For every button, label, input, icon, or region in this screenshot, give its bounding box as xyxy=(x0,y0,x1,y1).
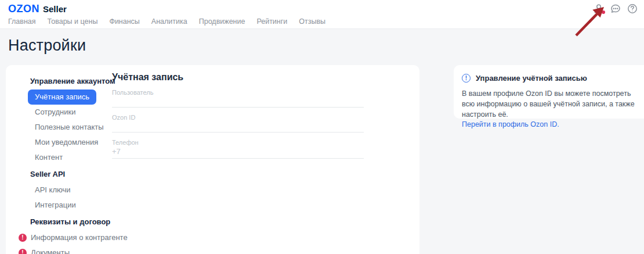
logo-product: Seller xyxy=(43,4,67,14)
sidebar-item-kontent[interactable]: Контент xyxy=(28,150,70,165)
field-value xyxy=(112,97,364,105)
sidebar-item-api-klyuchi[interactable]: API ключи xyxy=(28,183,77,198)
topbar-icons xyxy=(593,3,638,15)
sidebar-section-seller-api: Seller API xyxy=(19,165,112,183)
sidebar-item-uchetnaya-zapis[interactable]: Учётная запись xyxy=(28,90,96,105)
sidebar-item-moi-uvedomleniya[interactable]: Мои уведомления xyxy=(28,135,105,150)
nav-item-finansy[interactable]: Финансы xyxy=(109,17,139,26)
page-title: Настройки xyxy=(8,37,86,55)
settings-card: Управление аккаунтом Учётная запись Сотр… xyxy=(6,65,419,254)
sidebar-section-account-management: Управление аккаунтом xyxy=(19,72,112,90)
sidebar-item-label: Документы xyxy=(31,248,70,254)
settings-sidebar: Управление аккаунтом Учётная запись Сотр… xyxy=(6,65,112,254)
info-panel-title: Управление учётной записью xyxy=(476,74,587,83)
profile-icon[interactable] xyxy=(593,3,605,15)
nav-item-otzyvy[interactable]: Отзывы xyxy=(299,17,325,26)
field-ozon-id[interactable]: Ozon ID xyxy=(112,114,364,133)
ozon-id-profile-link[interactable]: Перейти в профиль Ozon ID. xyxy=(462,120,641,128)
alert-exclamation-icon: ! xyxy=(19,234,27,242)
sidebar-item-sotrudniki[interactable]: Сотрудники xyxy=(28,105,82,120)
info-panel-body: В вашем профиле Ozon ID вы можете посмот… xyxy=(462,88,641,120)
settings-page: Настройки Управление аккаунтом Учётная з… xyxy=(0,29,644,254)
field-label: Ozon ID xyxy=(112,114,364,121)
sidebar-item-poleznye-kontakty[interactable]: Полезные контакты xyxy=(28,120,111,135)
chat-icon[interactable] xyxy=(610,3,621,15)
field-polzovatel[interactable]: Пользователь xyxy=(112,89,364,108)
field-label: Телефон xyxy=(112,139,364,146)
info-icon: ! xyxy=(462,74,471,83)
ozon-seller-logo[interactable]: OZON Seller xyxy=(8,3,67,15)
sidebar-item-dokumenty[interactable]: ! Документы xyxy=(19,245,70,254)
nav-item-prodvizhenie[interactable]: Продвижение xyxy=(199,17,245,26)
field-label: Пользователь xyxy=(112,89,364,96)
info-panel: ! Управление учётной записью В вашем про… xyxy=(454,65,644,119)
form-title: Учётная запись xyxy=(112,72,364,83)
help-icon[interactable] xyxy=(627,3,638,15)
field-telefon[interactable]: Телефон +7 xyxy=(112,139,364,159)
account-form: Учётная запись Пользователь Ozon ID Теле… xyxy=(112,65,364,254)
topbar: OZON Seller Главная xyxy=(0,0,644,29)
field-value: +7 xyxy=(112,147,364,156)
profile-notification-dot xyxy=(602,10,605,14)
logo-brand: OZON xyxy=(8,3,39,15)
nav-item-reitingi[interactable]: Рейтинги xyxy=(256,17,287,26)
nav-item-tovary-i-tseny[interactable]: Товары и цены xyxy=(48,17,98,26)
sidebar-item-integratsii[interactable]: Интеграции xyxy=(28,198,83,213)
alert-exclamation-icon: ! xyxy=(19,249,27,254)
sidebar-section-rekvizity: Реквизиты и договор xyxy=(19,213,112,230)
info-panel-header: ! Управление учётной записью xyxy=(462,74,641,83)
field-value xyxy=(112,122,364,130)
nav-item-analitika[interactable]: Аналитика xyxy=(151,17,187,26)
main-nav: Главная Товары и цены Финансы Аналитика … xyxy=(8,17,325,26)
nav-item-glavnaya[interactable]: Главная xyxy=(8,17,36,26)
sidebar-item-informatsiya-o-kontragente[interactable]: ! Информация о контрагенте xyxy=(19,230,128,245)
